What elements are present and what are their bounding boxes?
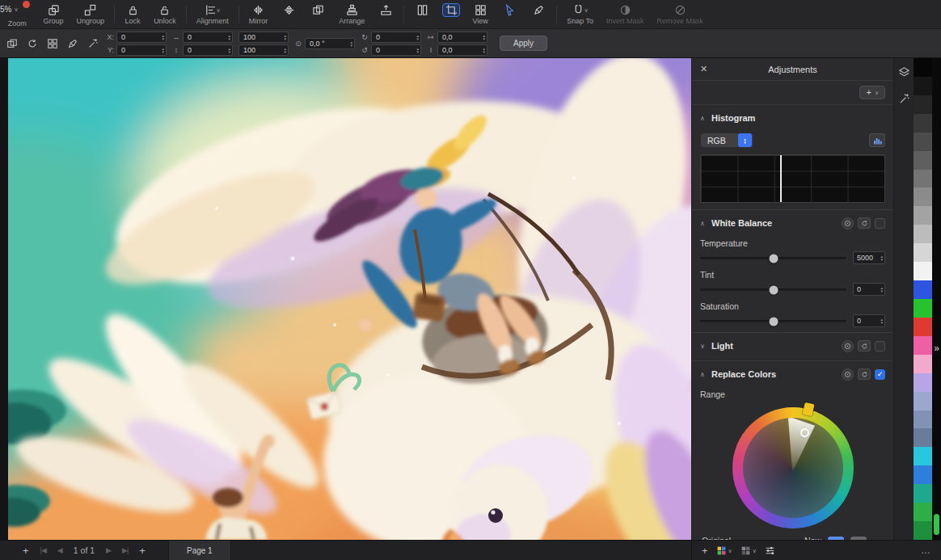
light-section-header[interactable]: ∨ Light — [692, 336, 893, 356]
pen-tool-button[interactable] — [525, 2, 552, 27]
color-swatch[interactable] — [914, 262, 932, 280]
apply-button[interactable]: Apply — [500, 36, 547, 51]
y-input[interactable]: 0▴▾ — [116, 44, 167, 56]
edit-points-icon[interactable] — [86, 36, 100, 51]
first-page-icon[interactable]: |◀ — [40, 546, 46, 554]
pointer-tool-button[interactable] — [496, 2, 523, 27]
add-page-button[interactable]: + — [23, 545, 29, 556]
ungroup-button[interactable]: Ungroup — [71, 2, 111, 27]
scale-height-input[interactable]: 100▴▾ — [238, 44, 289, 56]
reset-button[interactable] — [858, 217, 871, 229]
color-swatch[interactable] — [914, 95, 932, 114]
new-color-swatch[interactable] — [828, 537, 844, 540]
stepper-icon[interactable]: ▴▾ — [162, 34, 165, 40]
swatch-scrollbar-thumb[interactable] — [934, 514, 939, 535]
color-wheel[interactable] — [732, 407, 854, 528]
next-page-icon[interactable]: ▶ — [106, 546, 111, 554]
color-swatch[interactable] — [914, 114, 932, 133]
slider-thumb[interactable] — [769, 317, 778, 326]
temperature-slider[interactable] — [700, 257, 846, 259]
duplicate-button[interactable] — [304, 2, 331, 27]
view-button[interactable]: View — [466, 2, 494, 27]
color-swatch[interactable] — [914, 503, 932, 521]
stepper-icon[interactable]: ▴▾ — [284, 34, 287, 40]
stepper-icon[interactable]: ▴▾ — [162, 47, 165, 53]
layers-icon[interactable] — [898, 66, 910, 82]
saturation-slider[interactable] — [700, 320, 846, 322]
stepper-icon[interactable]: ▴▾ — [228, 47, 231, 53]
color-swatch[interactable] — [914, 187, 932, 206]
more-button[interactable]: … — [873, 535, 884, 540]
auto-adjust-button[interactable] — [842, 340, 854, 352]
stepper-icon[interactable]: ▴▾ — [880, 318, 884, 324]
x-input[interactable]: 0▴▾ — [116, 32, 167, 43]
height-input[interactable]: 0▴▾ — [183, 44, 233, 56]
enable-checkbox[interactable]: ✓ — [875, 369, 885, 380]
original-color-swatch[interactable] — [850, 537, 867, 540]
color-swatch[interactable] — [914, 392, 932, 411]
color-swatch[interactable] — [914, 411, 932, 429]
adjustments-wand-icon[interactable] — [898, 93, 910, 108]
histogram-display-button[interactable] — [869, 133, 885, 147]
scale-width-input[interactable]: 100▴▾ — [238, 32, 289, 43]
color-swatch[interactable] — [914, 465, 932, 484]
stepper-icon[interactable]: ▴▾ — [284, 47, 287, 53]
add-page-button[interactable]: + — [139, 545, 146, 556]
rotate-y-input[interactable]: 0▴▾ — [371, 44, 421, 56]
document-canvas[interactable] — [8, 58, 691, 540]
wheel-marker[interactable] — [800, 428, 809, 437]
duplicate-icon[interactable] — [5, 36, 19, 51]
group-button[interactable]: Group — [38, 2, 70, 27]
stepper-icon[interactable]: ▴▾ — [416, 34, 420, 40]
remove-mask-button[interactable]: Remove Mask — [652, 2, 710, 27]
color-swatch[interactable] — [914, 447, 932, 465]
color-swatch[interactable] — [914, 280, 932, 299]
stepper-icon[interactable]: ▴▾ — [483, 47, 486, 53]
rotate-icon[interactable] — [25, 36, 40, 51]
bring-forward-button[interactable] — [372, 2, 399, 27]
swatch-options-button[interactable] — [765, 545, 775, 556]
last-page-icon[interactable]: ▶| — [122, 546, 128, 554]
columns-button[interactable] — [408, 2, 436, 27]
color-swatch[interactable] — [914, 225, 932, 243]
arrange-button[interactable]: Arrange — [333, 2, 370, 27]
slider-thumb[interactable] — [769, 285, 778, 294]
rotate-x-input[interactable]: 0▴▾ — [371, 32, 421, 43]
swatch-set-dropdown[interactable]: ∨ — [716, 545, 732, 556]
color-swatch[interactable] — [914, 77, 932, 95]
close-icon[interactable]: ✕ — [700, 64, 711, 74]
window-close-button[interactable] — [23, 1, 30, 8]
histogram-section-header[interactable]: ∧ Histogram — [692, 108, 893, 128]
stepper-icon[interactable]: ▴▾ — [350, 40, 353, 47]
reset-button[interactable] — [858, 368, 871, 380]
add-swatch-button[interactable]: + — [702, 545, 708, 556]
tint-input[interactable]: 0▴▾ — [853, 283, 885, 296]
lock-button[interactable]: Lock — [119, 2, 146, 27]
white-balance-section-header[interactable]: ∧ White Balance — [692, 213, 893, 233]
saturation-input[interactable]: 0▴▾ — [853, 314, 885, 327]
color-swatch[interactable] — [914, 151, 932, 170]
stepper-icon[interactable]: ▴▾ — [880, 286, 884, 293]
previous-page-icon[interactable]: ◀ — [57, 546, 62, 554]
swatch-view-dropdown[interactable]: ∨ — [741, 545, 757, 556]
color-swatch[interactable] — [914, 318, 932, 336]
invert-mask-button[interactable]: Invert Mask — [601, 2, 650, 27]
add-adjustment-button[interactable]: +∨ — [859, 86, 885, 99]
width-input[interactable]: 0▴▾ — [183, 32, 233, 43]
replace-colors-section-header[interactable]: ∧ Replace Colors ✓ — [692, 364, 893, 384]
more-button[interactable]: … — [921, 545, 931, 556]
slider-thumb[interactable] — [769, 254, 778, 263]
page-tab[interactable]: Page 1 — [168, 541, 231, 560]
color-swatch[interactable] — [914, 373, 932, 392]
color-swatch[interactable] — [914, 484, 932, 503]
alignment-button[interactable]: ∨ Alignment — [191, 2, 234, 27]
color-swatch[interactable] — [914, 58, 932, 77]
zoom-control[interactable]: 5% ∨ Zoom — [0, 0, 36, 29]
crop-button[interactable] — [437, 2, 465, 27]
mirror-vertical-button[interactable] — [275, 2, 302, 27]
stepper-icon[interactable]: ▴▾ — [228, 34, 231, 40]
color-swatch[interactable] — [914, 299, 932, 318]
stepper-icon[interactable]: ▴▾ — [880, 255, 884, 261]
color-swatch[interactable] — [914, 428, 932, 447]
auto-adjust-button[interactable] — [842, 217, 854, 229]
